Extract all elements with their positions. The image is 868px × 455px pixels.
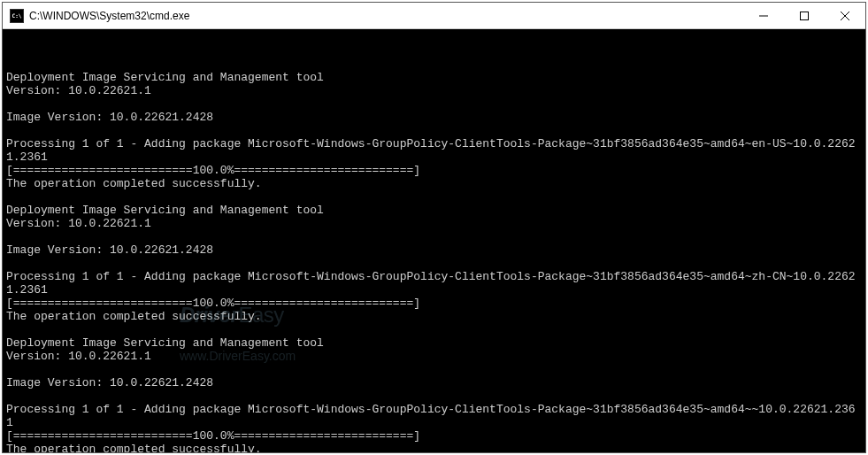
maximize-button[interactable] [784,3,825,28]
minimize-icon [759,12,768,20]
terminal-line: Deployment Image Servicing and Managemen… [6,71,862,84]
terminal-line: Version: 10.0.22621.1 [6,84,862,97]
maximize-icon [800,12,809,20]
terminal-line: Image Version: 10.0.22621.2428 [6,111,862,124]
terminal-output[interactable]: DriverEasy www.DriverEasy.com Deployment… [3,29,865,452]
close-icon [841,12,849,20]
cmd-icon-text: C:\ [12,13,22,19]
terminal-line: The operation completed successfully. [6,310,862,323]
terminal-line: Deployment Image Servicing and Managemen… [6,204,862,217]
terminal-line: [==========================100.0%=======… [6,164,862,177]
terminal-line: [==========================100.0%=======… [6,429,862,443]
terminal-line [6,97,862,111]
terminal-line: Version: 10.0.22621.1 [6,350,862,363]
terminal-line: The operation completed successfully. [6,177,862,190]
terminal-line [6,124,862,137]
terminal-line [6,363,862,376]
terminal-line [6,389,862,403]
cmd-window: C:\ C:\WINDOWS\System32\cmd.exe DriverEa… [2,2,866,453]
close-button[interactable] [825,3,865,28]
terminal-line: Image Version: 10.0.22621.2428 [6,376,862,389]
terminal-line: Processing 1 of 1 - Adding package Micro… [6,137,862,164]
window-controls [743,3,865,28]
terminal-line [6,230,862,243]
terminal-line: The operation completed successfully. [6,443,862,452]
titlebar[interactable]: C:\ C:\WINDOWS\System32\cmd.exe [3,3,865,29]
svg-rect-1 [801,12,809,19]
terminal-line: Image Version: 10.0.22621.2428 [6,243,862,257]
terminal-line [6,257,862,270]
window-title: C:\WINDOWS\System32\cmd.exe [29,10,743,22]
terminal-line: Processing 1 of 1 - Adding package Micro… [6,270,862,297]
terminal-line: Deployment Image Servicing and Managemen… [6,336,862,350]
terminal-lines: Deployment Image Servicing and Managemen… [6,71,862,452]
terminal-line [6,323,862,336]
terminal-line: Version: 10.0.22621.1 [6,217,862,230]
cmd-icon: C:\ [10,9,24,23]
terminal-line: [==========================100.0%=======… [6,297,862,310]
terminal-line: Processing 1 of 1 - Adding package Micro… [6,403,862,429]
terminal-line [6,190,862,204]
minimize-button[interactable] [743,3,784,28]
